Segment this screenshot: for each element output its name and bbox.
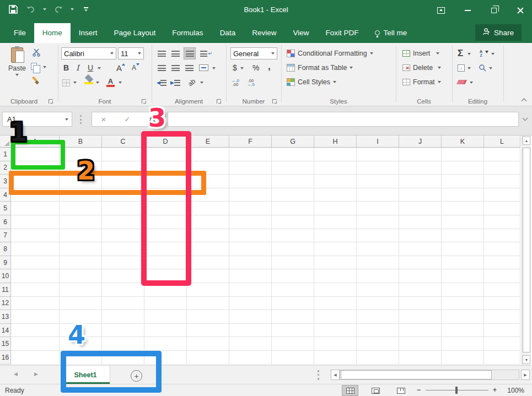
cell-I8[interactable] bbox=[357, 242, 399, 256]
sort-filter-dropdown-icon[interactable] bbox=[491, 53, 495, 55]
cell-L4[interactable] bbox=[484, 188, 520, 202]
column-header-L[interactable]: L bbox=[484, 135, 520, 148]
cell-K12[interactable] bbox=[442, 297, 484, 311]
cell-G5[interactable] bbox=[272, 202, 314, 215]
cell-I4[interactable] bbox=[357, 188, 399, 202]
merge-center-dropdown-icon[interactable] bbox=[212, 67, 216, 69]
cell-A13[interactable] bbox=[11, 310, 60, 324]
cell-L5[interactable] bbox=[484, 202, 520, 215]
cell-K16[interactable] bbox=[442, 351, 484, 365]
font-color-dropdown-icon[interactable] bbox=[119, 82, 122, 84]
underline-dropdown-icon[interactable] bbox=[98, 67, 101, 69]
cell-I14[interactable] bbox=[357, 324, 399, 338]
cell-E11[interactable] bbox=[187, 283, 229, 297]
row-header-8[interactable]: 8 bbox=[0, 242, 11, 256]
cell-G13[interactable] bbox=[272, 310, 314, 324]
cell-H13[interactable] bbox=[314, 310, 357, 324]
cell-styles-button[interactable]: Cell Styles bbox=[287, 76, 336, 88]
underline-button[interactable]: U bbox=[88, 62, 93, 74]
cell-G11[interactable] bbox=[272, 283, 314, 297]
italic-button[interactable]: I bbox=[76, 62, 79, 74]
cell-A12[interactable] bbox=[11, 297, 60, 311]
cell-B3[interactable] bbox=[60, 175, 102, 188]
row-header-6[interactable]: 6 bbox=[0, 215, 11, 229]
cell-F16[interactable] bbox=[229, 351, 272, 365]
cell-E7[interactable] bbox=[187, 229, 229, 243]
row-header-16[interactable]: 16 bbox=[0, 351, 11, 365]
borders-dropdown-icon[interactable] bbox=[73, 82, 77, 84]
cell-J12[interactable] bbox=[399, 297, 442, 311]
cell-H6[interactable] bbox=[314, 215, 357, 229]
font-dialog-launcher-icon[interactable] bbox=[142, 99, 146, 104]
cell-J16[interactable] bbox=[399, 351, 442, 365]
tab-review[interactable]: Review bbox=[244, 23, 284, 43]
cell-C7[interactable] bbox=[102, 229, 144, 243]
row-header-9[interactable]: 9 bbox=[0, 256, 11, 270]
horizontal-scroll-thumb[interactable] bbox=[341, 370, 492, 379]
name-box[interactable]: A1 bbox=[2, 112, 72, 127]
cell-B8[interactable] bbox=[60, 242, 102, 256]
cell-G9[interactable] bbox=[272, 256, 314, 270]
clipboard-dialog-launcher-icon[interactable] bbox=[49, 99, 53, 104]
cell-L10[interactable] bbox=[484, 269, 520, 283]
bottom-align-button[interactable] bbox=[184, 47, 196, 59]
font-color-icon[interactable]: A bbox=[106, 76, 115, 88]
cell-D16[interactable] bbox=[144, 351, 187, 365]
autosum-dropdown-icon[interactable] bbox=[467, 53, 471, 55]
row-header-2[interactable]: 2 bbox=[0, 161, 11, 175]
increase-indent-icon[interactable]: ▶ bbox=[170, 77, 181, 89]
cell-D4[interactable] bbox=[144, 188, 187, 202]
find-select-dropdown-icon[interactable] bbox=[489, 67, 492, 69]
collapse-ribbon-icon[interactable] bbox=[522, 97, 526, 102]
cell-A11[interactable] bbox=[11, 283, 60, 297]
cell-K5[interactable] bbox=[442, 202, 484, 215]
cell-E10[interactable] bbox=[187, 269, 229, 283]
cell-A3[interactable] bbox=[11, 175, 60, 188]
fill-dropdown-icon[interactable] bbox=[467, 67, 471, 69]
cell-D14[interactable] bbox=[144, 324, 187, 338]
enter-icon[interactable]: ✓ bbox=[124, 115, 130, 123]
row-header-10[interactable]: 10 bbox=[0, 269, 11, 283]
zoom-out-icon[interactable]: − bbox=[417, 386, 421, 394]
cell-L13[interactable] bbox=[484, 310, 520, 324]
cell-E5[interactable] bbox=[187, 202, 229, 215]
cell-K3[interactable] bbox=[442, 175, 484, 188]
cell-B9[interactable] bbox=[60, 256, 102, 270]
cell-F13[interactable] bbox=[229, 310, 272, 324]
cell-A2[interactable] bbox=[11, 161, 60, 175]
orientation-dropdown-icon[interactable] bbox=[200, 82, 203, 84]
cell-I15[interactable] bbox=[357, 337, 399, 351]
tab-data[interactable]: Data bbox=[212, 23, 244, 43]
cell-J6[interactable] bbox=[399, 215, 442, 229]
format-as-table-button[interactable]: Format as Table bbox=[287, 62, 353, 74]
fill-color-dropdown-icon[interactable] bbox=[96, 82, 99, 84]
cell-E9[interactable] bbox=[187, 256, 229, 270]
cell-K2[interactable] bbox=[442, 161, 484, 175]
cell-K13[interactable] bbox=[442, 310, 484, 324]
cell-E16[interactable] bbox=[187, 351, 229, 365]
cell-H7[interactable] bbox=[314, 229, 357, 243]
scroll-left-icon[interactable]: ◀ bbox=[331, 370, 340, 380]
cell-I11[interactable] bbox=[357, 283, 399, 297]
cell-C5[interactable] bbox=[102, 202, 144, 215]
clear-icon[interactable] bbox=[458, 76, 466, 88]
tab-page-layout[interactable]: Page Layout bbox=[106, 23, 164, 43]
cell-A1[interactable] bbox=[11, 148, 60, 161]
cell-D8[interactable] bbox=[144, 242, 187, 256]
cell-K10[interactable] bbox=[442, 269, 484, 283]
cell-K8[interactable] bbox=[442, 242, 484, 256]
cell-F12[interactable] bbox=[229, 297, 272, 311]
cell-E3[interactable] bbox=[187, 175, 229, 188]
cell-D5[interactable] bbox=[144, 202, 187, 215]
cell-E4[interactable] bbox=[187, 188, 229, 202]
share-button[interactable]: Share bbox=[475, 24, 522, 41]
row-header-14[interactable]: 14 bbox=[0, 324, 11, 338]
insert-cells-button[interactable]: Insert bbox=[402, 47, 439, 59]
cell-J7[interactable] bbox=[399, 229, 442, 243]
find-select-icon[interactable] bbox=[479, 62, 486, 74]
increase-decimal-icon[interactable]: ←.0.00 bbox=[232, 77, 239, 89]
middle-align-button[interactable] bbox=[170, 47, 181, 59]
close-icon[interactable] bbox=[513, 3, 528, 18]
row-header-12[interactable]: 12 bbox=[0, 297, 11, 311]
row-header-1[interactable]: 1 bbox=[0, 148, 11, 161]
